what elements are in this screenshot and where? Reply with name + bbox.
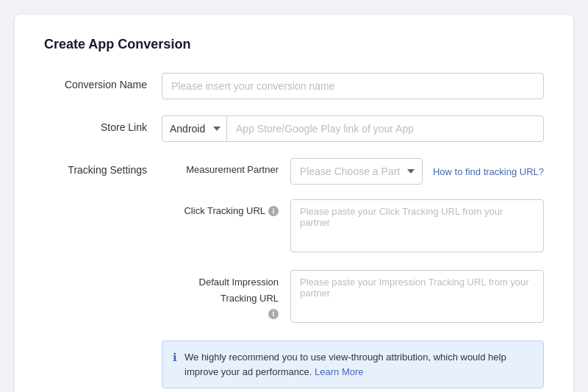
click-tracking-textarea[interactable] bbox=[290, 199, 544, 252]
conversion-name-label: Conversion Name bbox=[44, 73, 162, 90]
partner-select[interactable]: Please Choose a Partner bbox=[290, 158, 423, 185]
measurement-partner-label: Measurement Partner bbox=[162, 158, 290, 175]
info-banner-learn-more-link[interactable]: Learn More bbox=[315, 366, 363, 377]
store-link-wrap: Android iOS bbox=[162, 115, 544, 142]
info-banner-icon: ℹ bbox=[173, 351, 177, 364]
store-link-label: Store Link bbox=[44, 115, 162, 133]
store-url-input[interactable] bbox=[226, 115, 544, 142]
impression-tracking-textarea[interactable] bbox=[290, 270, 544, 323]
impression-tracking-row: Default Impression Tracking URL i bbox=[162, 270, 544, 326]
find-tracking-url-link[interactable]: How to find tracking URL? bbox=[433, 166, 544, 177]
tracking-settings-label: Tracking Settings bbox=[44, 158, 162, 176]
impression-tracking-info-icon[interactable]: i bbox=[268, 309, 279, 319]
click-tracking-info-icon[interactable]: i bbox=[268, 206, 279, 216]
click-tracking-label: Click Tracking URL i bbox=[162, 199, 290, 216]
click-tracking-row: Click Tracking URL i bbox=[162, 199, 544, 255]
page-title: Create App Conversion bbox=[44, 37, 544, 52]
click-tracking-control bbox=[290, 199, 544, 255]
store-link-row: Store Link Android iOS bbox=[44, 115, 544, 142]
store-select[interactable]: Android iOS bbox=[162, 115, 226, 142]
form-section: Conversion Name Store Link Android iOS T… bbox=[44, 73, 544, 388]
conversion-name-control bbox=[162, 73, 544, 99]
conversion-name-row: Conversion Name bbox=[44, 73, 544, 99]
info-banner-text: We highly recommend you to use view-thro… bbox=[184, 350, 533, 379]
partner-select-wrap: Please Choose a Partner bbox=[290, 158, 423, 185]
conversion-name-input[interactable] bbox=[162, 73, 544, 99]
page-container: Create App Conversion Conversion Name St… bbox=[15, 15, 573, 392]
tracking-settings-row: Tracking Settings Measurement Partner Pl… bbox=[44, 158, 544, 388]
measurement-partner-row: Measurement Partner Please Choose a Part… bbox=[162, 158, 544, 185]
impression-tracking-label: Default Impression Tracking URL i bbox=[162, 270, 290, 319]
impression-tracking-control bbox=[290, 270, 544, 326]
store-link-control: Android iOS bbox=[162, 115, 544, 142]
measurement-partner-control: Please Choose a Partner How to find trac… bbox=[290, 158, 544, 185]
info-banner: ℹ We highly recommend you to use view-th… bbox=[162, 341, 544, 388]
tracking-settings-block: Measurement Partner Please Choose a Part… bbox=[162, 158, 544, 388]
